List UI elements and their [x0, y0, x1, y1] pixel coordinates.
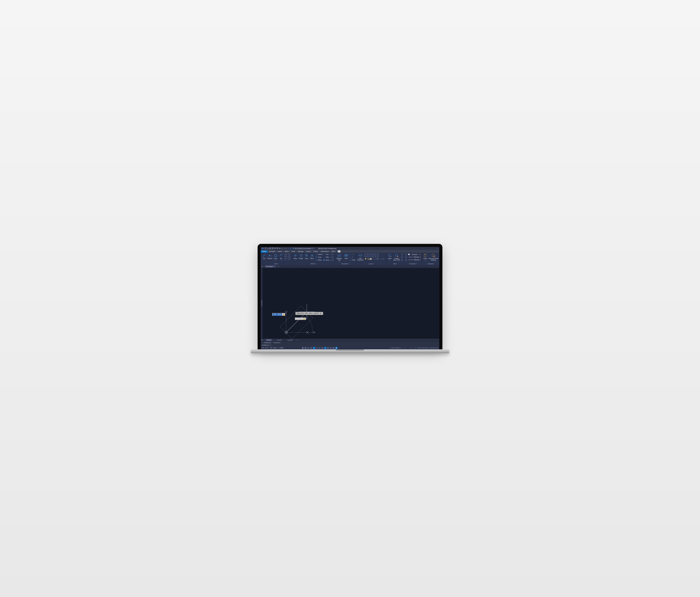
- point-icon[interactable]: [284, 258, 286, 260]
- save-icon[interactable]: [269, 248, 271, 249]
- annoscale-icon[interactable]: ⋏: [411, 347, 412, 349]
- undo-icon[interactable]: [281, 248, 283, 249]
- erase-icon[interactable]: [332, 256, 334, 258]
- workspace-selector[interactable]: ✻ 2D Drafting & Annotation ▼ ▾: [292, 248, 315, 250]
- prop-icon[interactable]: [405, 259, 407, 261]
- hamburger-icon[interactable]: ≡: [261, 339, 262, 341]
- lineweight-combo[interactable]: ByLayer ▼: [407, 256, 422, 258]
- tab-appplus[interactable]: APP+: [330, 250, 337, 253]
- add-tab-button[interactable]: +: [278, 265, 279, 267]
- snap-toggle[interactable]: ▦: [304, 347, 307, 349]
- mirror-button[interactable]: Mirror: [309, 253, 315, 259]
- leader-icon[interactable]: ↙: [349, 256, 352, 258]
- layer-combo[interactable]: 💡 ☀ 🔒 0 ▼: [364, 258, 385, 260]
- chevron-down-icon[interactable]: ▼: [402, 347, 402, 348]
- fillet-button[interactable]: ⌐Fillet▼: [323, 256, 331, 259]
- dim-icon[interactable]: ⊢: [349, 253, 352, 256]
- spline-icon[interactable]: [288, 254, 290, 256]
- drawing-canvas[interactable]: 200.0000 🔒 Specify the next point or 45°…: [262, 268, 439, 339]
- circle-button[interactable]: Circle ▼: [273, 253, 278, 261]
- layer-tool-icon[interactable]: [374, 253, 376, 255]
- document-tab[interactable]: Drawing4* ×: [265, 265, 276, 267]
- hamburger-icon[interactable]: ≡: [261, 265, 262, 267]
- rect-icon[interactable]: [284, 254, 286, 256]
- chevron-down-icon[interactable]: ▼: [410, 347, 411, 348]
- arc-button[interactable]: Arc ▼: [279, 253, 284, 261]
- matchprop-icon[interactable]: [405, 254, 407, 256]
- block-tool-icon[interactable]: [401, 254, 403, 256]
- person-icon[interactable]: ⋏: [413, 347, 414, 349]
- polar-toggle[interactable]: ⊙: [310, 347, 312, 349]
- lwt-toggle[interactable]: ≡: [321, 347, 324, 349]
- layer-tool-icon[interactable]: [372, 256, 374, 257]
- close-icon[interactable]: ×: [274, 265, 275, 267]
- model-toggle[interactable]: ▭: [324, 347, 326, 349]
- qp-toggle[interactable]: ▦: [335, 347, 338, 349]
- plot-icon[interactable]: [274, 248, 276, 249]
- field-button[interactable]: ▭Field: [349, 259, 355, 261]
- layer-tool-icon[interactable]: [377, 256, 379, 257]
- layer-tool-icon[interactable]: [364, 256, 366, 257]
- add-layout-button[interactable]: +: [297, 339, 298, 341]
- scale-button[interactable]: ◱Scale: [315, 256, 322, 259]
- dynamic-length-input[interactable]: 200.0000 🔒: [272, 313, 285, 316]
- extend-icon[interactable]: [332, 259, 334, 261]
- block-tool-icon[interactable]: [401, 256, 403, 258]
- layer-tool-icon[interactable]: [377, 253, 379, 255]
- block-tool-icon[interactable]: [401, 259, 403, 261]
- table-button[interactable]: Table: [344, 253, 349, 259]
- panel-title-properties[interactable]: Properties: [409, 263, 417, 265]
- insert-block-button[interactable]: Insert ▼: [387, 253, 392, 261]
- region-icon[interactable]: [288, 258, 290, 260]
- undo-dropdown-icon[interactable]: ▼: [284, 248, 284, 249]
- layer-tool-icon[interactable]: [369, 256, 371, 257]
- trim-button[interactable]: ✂Trim▼: [323, 253, 331, 256]
- layer-tool-icon[interactable]: [372, 253, 374, 255]
- isoplane-icon[interactable]: ⋏: [405, 347, 406, 349]
- layer-tool-icon[interactable]: [367, 256, 369, 257]
- redo-icon[interactable]: [285, 248, 287, 249]
- panel-title-modify[interactable]: Modify: [311, 263, 316, 265]
- line-button[interactable]: Line: [261, 253, 267, 259]
- layer-properties-button[interactable]: Layer Properties: [357, 253, 364, 261]
- screens-icon[interactable]: [279, 248, 280, 249]
- rotate-button[interactable]: Rotate: [299, 253, 303, 259]
- layout2-tab[interactable]: Layout2: [286, 339, 294, 341]
- change-basepoint-button[interactable]: Change Base Point: [393, 253, 401, 261]
- new-icon[interactable]: [265, 248, 266, 249]
- help-icon[interactable]: ?: [290, 248, 291, 249]
- dynamic-angle-input[interactable]: 45° 🔒: [295, 317, 306, 320]
- close-icon[interactable]: ×: [262, 342, 263, 344]
- workspace-status-label[interactable]: 2D Drafting & Annotation: [418, 347, 439, 349]
- tab-export[interactable]: Export: [305, 250, 312, 253]
- offset-button[interactable]: ≋Offset: [315, 259, 322, 261]
- array-button[interactable]: ▦Array▼: [323, 259, 331, 261]
- layer-tool-icon[interactable]: [369, 253, 371, 255]
- anno-toggle[interactable]: ⊞: [330, 347, 332, 349]
- layer-tool-icon[interactable]: [367, 253, 369, 255]
- explode-icon[interactable]: [332, 254, 334, 256]
- tab-home[interactable]: Home: [261, 250, 268, 253]
- tab-views[interactable]: Views: [283, 250, 290, 253]
- minimize-button[interactable]: —: [437, 248, 439, 249]
- model-tab[interactable]: Model: [265, 339, 272, 341]
- tab-annotate[interactable]: Annotate: [268, 250, 276, 253]
- copy-button[interactable]: Copy: [304, 253, 309, 259]
- linetype-combo[interactable]: ByLayer ▼: [407, 259, 422, 261]
- panel-title-annotation[interactable]: Annotation: [341, 263, 349, 265]
- list-icon[interactable]: [405, 256, 407, 258]
- panel-title-layers[interactable]: Layers: [369, 263, 374, 265]
- transparency-toggle[interactable]: ▥: [332, 347, 335, 349]
- color-combo[interactable]: ByLayer ▼: [407, 253, 422, 256]
- ellipse-icon[interactable]: [284, 256, 286, 258]
- hatch-icon[interactable]: [288, 256, 290, 258]
- grid-toggle[interactable]: ▦: [302, 347, 304, 349]
- copypaste-settings-button[interactable]: Copy and Paste Settings: [428, 253, 439, 261]
- otrack-toggle[interactable]: ∠: [316, 347, 318, 349]
- properties-panel-rail[interactable]: Properties: [261, 268, 262, 339]
- osnap-toggle[interactable]: ◻: [313, 347, 315, 349]
- tab-online[interactable]: Online: [312, 250, 319, 253]
- command-input[interactable]: Command:: [261, 344, 439, 346]
- open-icon[interactable]: [267, 248, 269, 249]
- layout1-tab[interactable]: Layout1: [275, 339, 283, 341]
